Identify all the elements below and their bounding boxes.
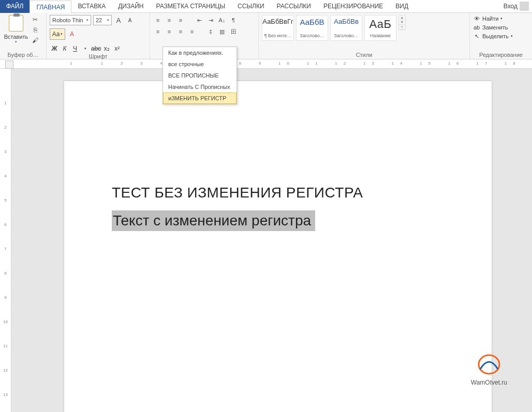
page-viewport[interactable]: ТЕСТ БЕЗ ИЗМЕНЕНИЯ РЕГИСТРА Текст с изме…: [11, 69, 532, 412]
group-clipboard-label: Буфер об…: [3, 52, 43, 59]
underline-button[interactable]: Ч: [70, 44, 80, 53]
watermark: WamOtvet.ru: [471, 354, 507, 386]
sort-button[interactable]: A↓: [217, 16, 227, 24]
shrink-font-button[interactable]: A: [125, 16, 135, 25]
group-styles-label: Стили: [262, 52, 466, 59]
tab-review[interactable]: РЕЦЕНЗИРОВАНИЕ: [317, 0, 389, 13]
document-area: 123456789101112131415 ТЕСТ БЕЗ ИЗМЕНЕНИЯ…: [0, 69, 532, 412]
change-case-menu: Как в предложениях. все строчные ВСЕ ПРО…: [162, 47, 237, 104]
group-clipboard: Вставить ▾ ✂ ⎘ 🖌 Буфер об…: [0, 13, 47, 59]
user-avatar-icon: [520, 2, 529, 11]
style-title[interactable]: АаБ Название: [364, 15, 396, 41]
tab-file[interactable]: ФАЙЛ: [0, 0, 29, 13]
grow-font-button[interactable]: A: [114, 16, 123, 25]
case-lower[interactable]: все строчные: [163, 58, 237, 70]
tab-mailings[interactable]: РАССЫЛКИ: [271, 0, 317, 13]
indent-inc-button[interactable]: ⇥: [206, 16, 215, 24]
format-painter-icon[interactable]: 🖌: [31, 36, 39, 44]
tab-design[interactable]: ДИЗАЙН: [112, 0, 150, 13]
multilevel-button[interactable]: ≡: [176, 16, 185, 24]
login-label: Вход: [504, 3, 518, 10]
svg-point-0: [479, 355, 499, 374]
case-upper[interactable]: ВСЕ ПРОПИСНЫЕ: [163, 70, 237, 81]
showmarks-button[interactable]: ¶: [229, 16, 238, 24]
login-link[interactable]: Вход: [504, 2, 529, 11]
paste-button[interactable]: Вставить ▾: [3, 14, 29, 44]
subscript-button[interactable]: x₂: [102, 44, 111, 53]
cursor-icon: ↖: [473, 33, 480, 40]
strike-button[interactable]: abc: [91, 44, 101, 53]
superscript-button[interactable]: x²: [112, 44, 122, 53]
group-styles: АаБбВвГг ¶ Без инте… АаБбВ Заголово… АаБ…: [259, 13, 470, 59]
copy-icon[interactable]: ⎘: [31, 26, 39, 34]
ruler-vertical[interactable]: 123456789101112131415: [0, 69, 11, 412]
group-editing-label: Редактирование: [473, 52, 529, 59]
replace-icon: ab: [473, 24, 480, 31]
ribbon: Вставить ▾ ✂ ⎘ 🖌 Буфер об… Roboto Thin▾ …: [0, 13, 532, 59]
tab-bar: ФАЙЛ ГЛАВНАЯ ВСТАВКА ДИЗАЙН РАЗМЕТКА СТР…: [0, 0, 532, 13]
align-center-button[interactable]: ≡: [165, 27, 174, 36]
document-text-selected[interactable]: Текст с изменением регистра: [112, 210, 315, 231]
align-right-button[interactable]: ≡: [176, 27, 185, 36]
style-heading2[interactable]: АаБбВв Заголово…: [330, 15, 362, 41]
italic-button[interactable]: К: [60, 44, 69, 53]
find-button[interactable]: 👁 Найти ▾: [473, 15, 503, 22]
bold-button[interactable]: Ж: [50, 44, 59, 53]
tab-view[interactable]: ВИД: [389, 0, 415, 13]
style-heading1[interactable]: АаБбВ Заголово…: [296, 15, 328, 41]
group-editing: 👁 Найти ▾ ab Заменить ↖ Выделить ▾ Редак…: [470, 13, 532, 59]
borders-button[interactable]: 田: [229, 27, 238, 36]
case-toggle[interactable]: иЗМЕНИТЬ РЕГИСТР: [163, 93, 237, 104]
group-font: Roboto Thin▾ 22▾ A A Aa ▾ A Ж К Ч ▾: [47, 13, 150, 59]
case-capitalize[interactable]: Начинать С Прописных: [163, 81, 237, 93]
clear-format-button[interactable]: A: [67, 29, 77, 39]
clipboard-icon: [9, 15, 23, 32]
align-left-button[interactable]: ≡: [153, 27, 162, 36]
replace-button[interactable]: ab Заменить: [473, 24, 508, 31]
indent-dec-button[interactable]: ⇤: [195, 16, 204, 24]
spacing-button[interactable]: ‡: [206, 27, 215, 36]
font-size-select[interactable]: 22▾: [93, 15, 112, 25]
ruler-horizontal[interactable]: 1123456789101112131415161718: [0, 59, 532, 69]
select-button[interactable]: ↖ Выделить ▾: [473, 33, 513, 40]
font-name-select[interactable]: Roboto Thin▾: [50, 15, 91, 25]
tab-references[interactable]: ССЫЛКИ: [231, 0, 270, 13]
page: ТЕСТ БЕЗ ИЗМЕНЕНИЯ РЕГИСТРА Текст с изме…: [64, 81, 492, 412]
style-normal[interactable]: АаБбВвГг ¶ Без инте…: [262, 15, 294, 41]
tab-insert[interactable]: ВСТАВКА: [71, 0, 112, 13]
cut-icon[interactable]: ✂: [31, 16, 39, 24]
tab-home[interactable]: ГЛАВНАЯ: [29, 1, 71, 13]
styles-more-button[interactable]: ▴▾▿: [398, 15, 406, 30]
document-text-line1[interactable]: ТЕСТ БЕЗ ИЗМЕНЕНИЯ РЕГИСТРА: [112, 185, 444, 201]
case-sentence[interactable]: Как в предложениях.: [163, 47, 237, 58]
justify-button[interactable]: ≡: [187, 27, 197, 36]
tab-layout[interactable]: РАЗМЕТКА СТРАНИЦЫ: [150, 0, 232, 13]
shading-button[interactable]: ▥: [217, 27, 227, 36]
numbering-button[interactable]: ≡: [165, 16, 174, 24]
watermark-logo-icon: [477, 354, 501, 375]
paste-label: Вставить: [4, 34, 28, 40]
change-case-button[interactable]: Aa ▾: [50, 28, 65, 40]
bullets-button[interactable]: ≡: [153, 16, 162, 24]
binoculars-icon: 👁: [473, 15, 480, 22]
